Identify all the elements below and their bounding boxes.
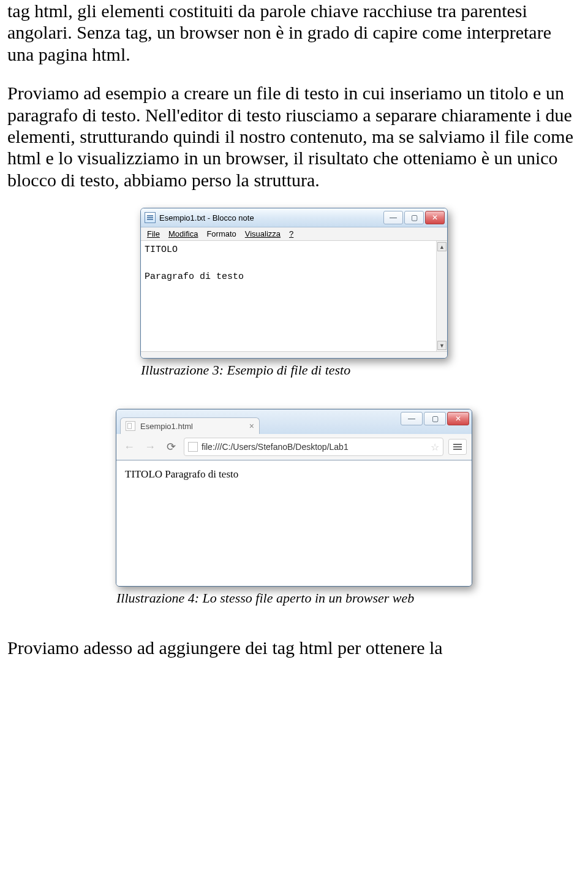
notepad-scrollbar[interactable]: ▲ ▼ [436, 241, 447, 351]
paragraph-2: Proviamo ad esempio a creare un file di … [7, 82, 581, 191]
browser-toolbar: ← → ⟳ file:///C:/Users/StefanoB/Desktop/… [116, 434, 472, 460]
notepad-menubar: File Modifica Formato Visualizza ? [141, 227, 447, 241]
close-icon: ✕ [455, 414, 461, 423]
page-body-text: TITOLO Paragrafo di testo [125, 468, 238, 480]
reload-button[interactable]: ⟳ [163, 439, 179, 454]
hamburger-icon [453, 444, 462, 450]
tab-close-button[interactable]: × [249, 421, 254, 431]
paragraph-3: Proviamo adesso ad aggiungere dei tag ht… [7, 637, 581, 658]
notepad-window: Esempio1.txt - Blocco note — ▢ ✕ File Mo… [140, 208, 448, 359]
menu-modifica[interactable]: Modifica [168, 229, 198, 238]
browser-menu-button[interactable] [448, 439, 467, 455]
notepad-text-area[interactable]: TITOLO Paragrafo di testo [141, 241, 436, 351]
browser-close-button[interactable]: ✕ [447, 412, 469, 425]
forward-button[interactable]: → [142, 439, 158, 454]
minimize-icon: — [390, 213, 397, 222]
figure-browser-caption: Illustrazione 4: Lo stesso file aperto i… [116, 590, 472, 606]
menu-formato[interactable]: Formato [206, 229, 236, 238]
menu-file[interactable]: File [147, 229, 160, 238]
figure-notepad-caption: Illustrazione 3: Esempio di file di test… [141, 362, 447, 378]
browser-window: Esempio1.html × — ▢ ✕ ← → ⟳ file:// [116, 409, 472, 587]
browser-minimize-button[interactable]: — [401, 412, 423, 425]
browser-tab[interactable]: Esempio1.html × [120, 417, 260, 434]
maximize-icon: ▢ [432, 414, 439, 423]
tab-favicon-icon [126, 421, 135, 431]
browser-maximize-button[interactable]: ▢ [424, 412, 446, 425]
scroll-up-icon[interactable]: ▲ [437, 242, 447, 251]
tab-title: Esempio1.html [140, 422, 193, 431]
notepad-title: Esempio1.txt - Blocco note [159, 213, 383, 222]
bookmark-star-icon[interactable]: ☆ [431, 441, 439, 453]
notepad-line-2: Paragrafo di testo [145, 272, 244, 282]
address-bar-text: file:///C:/Users/StefanoB/Desktop/Lab1 [202, 442, 349, 452]
back-icon: ← [124, 441, 135, 454]
maximize-button[interactable]: ▢ [404, 211, 424, 224]
menu-visualizza[interactable]: Visualizza [245, 229, 281, 238]
browser-tabstrip: Esempio1.html × — ▢ ✕ [116, 409, 472, 434]
page-icon [188, 442, 198, 452]
back-button[interactable]: ← [121, 439, 137, 454]
notepad-app-icon [145, 212, 156, 223]
figure-notepad: Esempio1.txt - Blocco note — ▢ ✕ File Mo… [7, 208, 581, 378]
close-button[interactable]: ✕ [425, 211, 445, 224]
reload-icon: ⟳ [167, 440, 176, 454]
minimize-button[interactable]: — [383, 211, 403, 224]
forward-icon: → [145, 441, 156, 454]
scroll-down-icon[interactable]: ▼ [437, 341, 447, 350]
close-icon: ✕ [432, 213, 438, 222]
paragraph-1: tag html, gli elementi costituiti da par… [7, 0, 581, 65]
figure-browser: Esempio1.html × — ▢ ✕ ← → ⟳ file:// [7, 409, 581, 606]
browser-viewport: TITOLO Paragrafo di testo [116, 460, 472, 586]
minimize-icon: — [408, 414, 415, 423]
notepad-statusbar [141, 351, 447, 358]
notepad-titlebar: Esempio1.txt - Blocco note — ▢ ✕ [141, 208, 447, 227]
maximize-icon: ▢ [411, 213, 418, 222]
notepad-line-1: TITOLO [145, 245, 178, 255]
menu-help[interactable]: ? [289, 229, 293, 238]
address-bar[interactable]: file:///C:/Users/StefanoB/Desktop/Lab1 ☆ [184, 438, 443, 456]
